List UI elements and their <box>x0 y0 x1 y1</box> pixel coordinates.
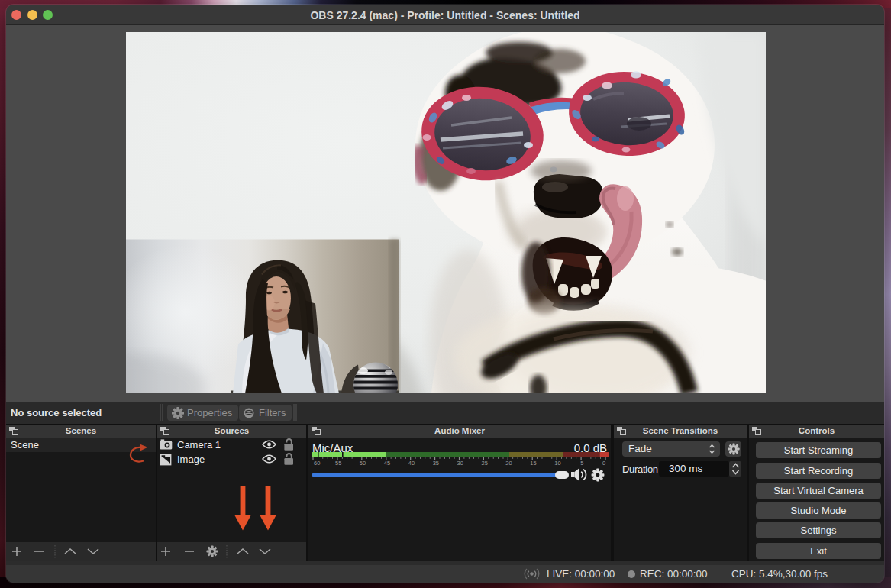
svg-text:-35: -35 <box>431 460 439 467</box>
svg-text:-15: -15 <box>528 460 537 467</box>
svg-text:-60: -60 <box>312 460 321 467</box>
svg-text:-10: -10 <box>553 460 561 467</box>
svg-text:-45: -45 <box>382 460 390 467</box>
svg-text:-40: -40 <box>406 460 415 467</box>
svg-text:0: 0 <box>602 460 605 467</box>
svg-text:-30: -30 <box>455 460 463 467</box>
svg-text:-5: -5 <box>579 460 584 467</box>
svg-text:-50: -50 <box>357 460 366 467</box>
svg-text:-55: -55 <box>333 460 341 467</box>
svg-text:-20: -20 <box>504 460 512 467</box>
svg-text:-25: -25 <box>479 460 488 467</box>
